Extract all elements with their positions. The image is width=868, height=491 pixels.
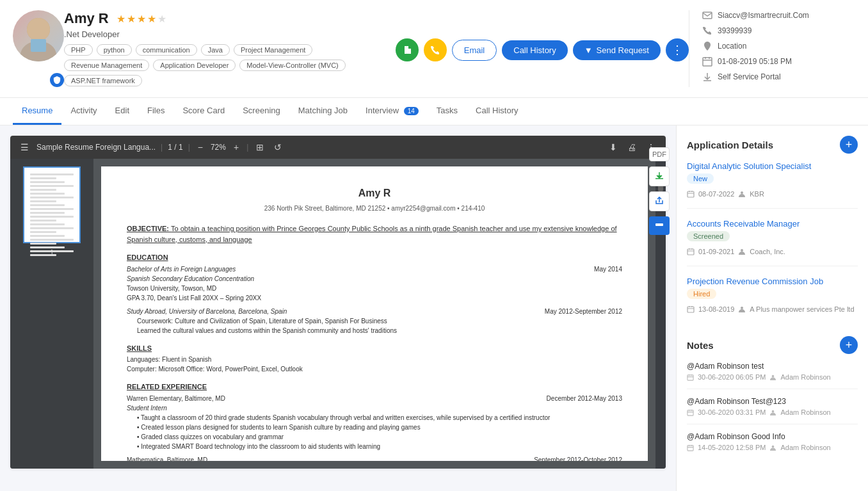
- tab-files[interactable]: Files: [138, 98, 173, 125]
- app-details-header: Application Details +: [687, 136, 858, 154]
- contact-email: Siaccv@Ismartrecruit.Com: [718, 11, 809, 20]
- email-button[interactable]: Email: [452, 40, 497, 61]
- calendar-icon: [702, 56, 712, 67]
- tab-matching-job[interactable]: Matching Job: [289, 98, 357, 125]
- avatar: [13, 10, 64, 61]
- send-request-button[interactable]: ▼ Send Request: [573, 40, 661, 60]
- app-date-1: 08-07-2022: [698, 190, 734, 198]
- tag-php: PHP: [64, 44, 93, 56]
- note-person-icon-1: [769, 374, 776, 381]
- application-details-section: Application Details + Digital Analytic S…: [687, 136, 858, 323]
- pdf-edu-1: May 2014 Bachelor of Arts in Foreign Lan…: [127, 264, 622, 303]
- right-sidebar: Application Details + Digital Analytic S…: [676, 125, 868, 491]
- tag-java: Java: [201, 44, 230, 56]
- app-detail-link-1[interactable]: Digital Analytic Solution Specialist: [687, 161, 858, 171]
- pdf-action-highlight[interactable]: [649, 216, 670, 235]
- star-3[interactable]: ★: [137, 13, 146, 25]
- pdf-fit-button[interactable]: ⊞: [253, 141, 266, 154]
- note-item-3: @Adam Robinson Good Info 14-05-2020 12:5…: [687, 432, 858, 459]
- star-5[interactable]: ★: [157, 13, 166, 25]
- app-status-badge-1: New: [687, 173, 714, 184]
- app-details-title: Application Details: [687, 140, 773, 150]
- call-history-button[interactable]: Call History: [502, 40, 567, 60]
- note-text-3: @Adam Robinson Good Info: [687, 432, 858, 441]
- phone-row: 39399939: [702, 26, 855, 36]
- contact-date: 01-08-2019 05:18 PM: [718, 57, 792, 66]
- tag-communication: communication: [136, 44, 197, 56]
- download-icon: [702, 72, 712, 82]
- interview-badge: 14: [404, 107, 419, 115]
- star-4[interactable]: ★: [147, 13, 156, 25]
- app-meta-2: 01-09-2021 Coach, Inc.: [687, 248, 858, 255]
- add-application-button[interactable]: +: [840, 136, 858, 154]
- tag-aspnet: ASP.NET framework: [64, 75, 142, 86]
- document-icon-button[interactable]: [396, 38, 419, 61]
- more-options-button[interactable]: ⋮: [666, 38, 689, 61]
- location-icon: [702, 41, 712, 51]
- note-calendar-icon-2: [687, 409, 694, 416]
- svg-rect-14: [687, 307, 694, 312]
- star-1[interactable]: ★: [117, 13, 125, 25]
- pdf-action-pdf[interactable]: PDF: [649, 147, 670, 161]
- tag-python: python: [97, 44, 132, 56]
- svg-point-19: [772, 410, 775, 412]
- tab-activity[interactable]: Activity: [61, 98, 106, 125]
- note-author-2: Adam Robinson: [780, 408, 830, 416]
- app-company-2: Coach, Inc.: [750, 248, 785, 255]
- star-rating[interactable]: ★ ★ ★ ★ ★: [117, 13, 166, 25]
- note-author-3: Adam Robinson: [780, 444, 830, 451]
- candidate-info: Amy R ★ ★ ★ ★ ★ .Net Developer PHP pytho…: [64, 10, 396, 87]
- pdf-thumb-1[interactable]: [23, 166, 81, 243]
- contact-portal: Self Service Portal: [718, 72, 781, 81]
- svg-point-2: [27, 18, 50, 41]
- pdf-thumbnails: 1: [10, 159, 93, 469]
- contact-phone: 39399939: [718, 26, 751, 35]
- pdf-action-share[interactable]: [649, 191, 670, 211]
- pdf-toolbar: ☰ Sample Resume Foreign Langua... | 1 / …: [10, 136, 666, 159]
- app-company-3: A Plus manpower services Pte ltd: [750, 305, 854, 313]
- dropdown-arrow-icon: ▼: [584, 45, 593, 55]
- skill-tags: PHP python communication Java Project Ma…: [64, 44, 396, 86]
- add-note-button[interactable]: +: [840, 336, 858, 354]
- tab-screening[interactable]: Screening: [234, 98, 289, 125]
- svg-rect-8: [703, 58, 712, 66]
- app-detail-link-3[interactable]: Projection Revenue Commission Job: [687, 277, 858, 286]
- star-2[interactable]: ★: [127, 13, 136, 25]
- header-actions: Email Call History ▼ Send Request ⋮: [396, 10, 689, 87]
- svg-rect-3: [31, 39, 46, 52]
- note-person-icon-2: [769, 409, 776, 416]
- pdf-zoom-out-button[interactable]: −: [195, 141, 205, 154]
- content-area: ☰ Sample Resume Foreign Langua... | 1 / …: [0, 125, 676, 491]
- tab-edit[interactable]: Edit: [106, 98, 138, 125]
- tabs-bar: Resume Activity Edit Files Score Card Sc…: [0, 98, 868, 125]
- pdf-skills-comp: Computer: Microsoft Office: Word, PowerP…: [127, 364, 622, 374]
- note-person-icon-3: [769, 444, 776, 451]
- notes-header: Notes +: [687, 336, 858, 354]
- pdf-download-button[interactable]: ⬇: [607, 141, 620, 154]
- tab-call-history[interactable]: Call History: [467, 98, 527, 125]
- note-author-1: Adam Robinson: [780, 373, 830, 381]
- pdf-action-download[interactable]: [649, 166, 670, 186]
- pdf-viewer: ☰ Sample Resume Foreign Langua... | 1 / …: [10, 136, 666, 469]
- person-meta-icon-2: [738, 248, 746, 255]
- note-date-3: 14-05-2020 12:58 PM: [698, 444, 766, 451]
- note-item-1: @Adam Robinson test 30-06-2020 06:05 PM …: [687, 362, 858, 389]
- pdf-menu-button[interactable]: ☰: [18, 141, 31, 154]
- tab-resume[interactable]: Resume: [13, 98, 61, 125]
- main-layout: ☰ Sample Resume Foreign Langua... | 1 / …: [0, 125, 868, 491]
- portal-row: Self Service Portal: [702, 72, 855, 82]
- app-meta-3: 13-08-2019 A Plus manpower services Pte …: [687, 305, 858, 313]
- pdf-exp-2: September 2012-October 2012 Mathematica,…: [127, 455, 622, 462]
- tab-interview[interactable]: Interview 14: [357, 98, 428, 125]
- tab-tasks[interactable]: Tasks: [428, 98, 467, 125]
- pdf-exp-1: December 2012-May 2013 Warren Elementary…: [127, 394, 622, 451]
- pdf-print-button[interactable]: 🖨: [625, 141, 639, 154]
- tab-score-card[interactable]: Score Card: [173, 98, 234, 125]
- app-detail-link-2[interactable]: Accounts Receivable Manager: [687, 219, 858, 229]
- pdf-skills-lang: Languages: Fluent in Spanish: [127, 355, 622, 364]
- app-detail-item-3: Projection Revenue Commission Job Hired …: [687, 277, 858, 323]
- svg-rect-4: [406, 50, 408, 51]
- phone-icon-button[interactable]: [424, 38, 447, 61]
- pdf-rotate-button[interactable]: ↺: [271, 141, 284, 154]
- pdf-zoom-in-button[interactable]: +: [231, 141, 241, 154]
